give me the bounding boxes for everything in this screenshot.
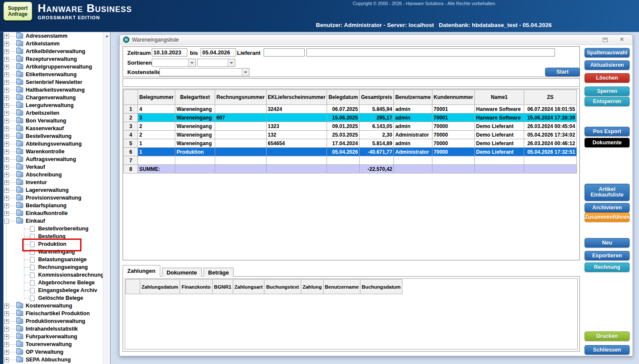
tree-item[interactable]: Abgebrochene Belege	[3, 279, 103, 286]
tree-item[interactable]: + Serienbrief Newsletter	[3, 78, 103, 86]
chevron-down-icon[interactable]	[228, 59, 235, 66]
tree-expander-icon[interactable]: +	[4, 196, 9, 200]
tree-expander-icon[interactable]: +	[4, 72, 9, 77]
action-button[interactable]: Löschen	[585, 73, 630, 83]
table-row[interactable]: 1 4 Wareneingang 32424 06.07.2025 5.845,…	[124, 105, 577, 113]
table-row[interactable]: 6 1 Produktion 05.04.2026 -40.671,77 Adm…	[124, 148, 577, 156]
action-button[interactable]: Pos Export	[585, 127, 630, 136]
tree-expander-icon[interactable]: +	[4, 342, 9, 347]
tree-item[interactable]: Belastungsanzeige	[3, 256, 103, 263]
tree-item[interactable]: + Warenkontrolle	[3, 148, 103, 155]
tree-expander-icon[interactable]: +	[4, 358, 9, 362]
sidebar-scrollbar[interactable]: ▲	[103, 32, 110, 364]
action-button[interactable]: Rechnung	[585, 263, 630, 272]
column-header[interactable]: Zahlungsart	[233, 280, 264, 294]
tree-item[interactable]: + Kostenverwaltung	[3, 302, 103, 310]
column-header[interactable]: Belegdatum	[327, 90, 360, 105]
action-button[interactable]: Sperren	[585, 87, 630, 96]
column-header[interactable]: Belegnummer	[138, 90, 175, 105]
tree-item[interactable]: + Haltbarkeitsverwaltung	[3, 86, 103, 94]
quick-search-input[interactable]	[123, 78, 580, 87]
table-row[interactable]: 7	[124, 156, 577, 165]
action-button[interactable]: Artikel Einkaufsliste	[585, 184, 630, 201]
tree-expander-icon[interactable]: -	[4, 219, 9, 224]
table-row[interactable]: 3 2 Wareneingang 1323 09.01.2025 6.143,0…	[124, 122, 577, 131]
tree-item[interactable]: + Inventur	[3, 179, 103, 186]
column-header[interactable]: Name1	[474, 90, 524, 105]
tree-item[interactable]: + Chargenverwaltung	[3, 94, 103, 101]
table-row[interactable]: 5 1 Wareneingang 654654 17.04.2024 5.814…	[124, 139, 577, 148]
tree-item[interactable]: + Provisionsverwaltung	[3, 194, 103, 202]
tree-item[interactable]: + Arbeitszeiten	[3, 109, 103, 117]
column-header[interactable]: Rechnungsnummer	[215, 90, 267, 105]
chevron-down-icon[interactable]	[242, 69, 249, 76]
tree-expander-icon[interactable]: +	[4, 65, 9, 69]
tree-item[interactable]: + Einkaufkontrolle	[3, 209, 103, 217]
action-button[interactable]: Spaltenauswahl	[585, 48, 630, 57]
tree-expander-icon[interactable]: +	[4, 180, 9, 185]
tree-item[interactable]: + Leergutverwaltung	[3, 101, 103, 109]
detail-tab[interactable]: Beträge	[204, 268, 234, 277]
column-header[interactable]: Buchungstext	[264, 280, 301, 294]
tree-item[interactable]: + Kassenverkauf	[3, 125, 103, 132]
tree-item[interactable]: Gelöschte Belege	[3, 294, 103, 302]
tree-item[interactable]: + Artikelstamm	[3, 40, 103, 48]
kostenstelle-select[interactable]	[159, 68, 249, 76]
action-button[interactable]: Archivieren	[585, 203, 630, 212]
tree-expander-icon[interactable]: +	[4, 57, 9, 62]
tree-item[interactable]: + Artikelgruppenverwaltung	[3, 63, 103, 71]
tree-item[interactable]: - Einkauf	[3, 217, 103, 225]
action-button[interactable]: Neu	[585, 238, 630, 248]
column-header[interactable]: BGNR1	[213, 280, 233, 294]
column-header[interactable]: Benutzername	[394, 90, 432, 105]
column-header[interactable]: Benutzername	[323, 280, 360, 294]
date-from-input[interactable]	[152, 48, 187, 57]
column-header[interactable]: Buchungsdatum	[360, 280, 402, 294]
column-header[interactable]: Zahlungsdatum	[140, 280, 180, 294]
tree-expander-icon[interactable]: +	[4, 142, 9, 146]
tree-expander-icon[interactable]: +	[4, 165, 9, 170]
lieferant-name-input[interactable]	[306, 48, 555, 57]
tree-item[interactable]: + Intrahandelsstatistik	[3, 325, 103, 333]
column-header[interactable]: Finanzkonto	[180, 280, 213, 294]
tree-item[interactable]: Produktion	[3, 240, 103, 248]
tree-item[interactable]: + Etikettenverwaltung	[3, 71, 103, 78]
support-anfrage-button[interactable]: Support Anfrage	[3, 2, 32, 21]
tree-expander-icon[interactable]: +	[4, 203, 9, 208]
lieferant-number-input[interactable]	[264, 48, 305, 57]
tree-item[interactable]: + Produktionsverwaltung	[3, 317, 103, 325]
action-button[interactable]: Zusammenführen	[585, 212, 630, 222]
column-header[interactable]	[126, 280, 140, 294]
action-button[interactable]: Aktualisieren	[585, 60, 630, 70]
action-button[interactable]: Entsperren	[585, 97, 630, 106]
tree-item[interactable]: + Verkauf	[3, 163, 103, 171]
tree-item[interactable]: + Bon Verwaltung	[3, 117, 103, 125]
tree-expander-icon[interactable]: +	[4, 80, 9, 85]
chevron-down-icon[interactable]	[188, 59, 195, 66]
table-row[interactable]: 4 2 Wareneingang 132 25.03.2025 2,30 Adm…	[124, 131, 577, 139]
action-button[interactable]: Drucken	[585, 331, 630, 341]
tree-expander-icon[interactable]: +	[4, 327, 9, 331]
column-header[interactable]: Belegarttext	[175, 90, 215, 105]
tree-item[interactable]: + Rezepturverwaltung	[3, 55, 103, 63]
column-header[interactable]: Kundennummer	[432, 90, 474, 105]
tree-expander-icon[interactable]: +	[4, 103, 9, 108]
tree-item[interactable]: + Fuhrparkverwaltung	[3, 333, 103, 340]
tree-expander-icon[interactable]: +	[4, 334, 9, 339]
tree-item[interactable]: Rechnungseingang	[3, 263, 103, 271]
action-button[interactable]: Schliessen	[585, 345, 630, 355]
tree-item[interactable]: + SEPA Abbuchung	[3, 356, 103, 364]
action-button[interactable]: Dokumente	[585, 138, 630, 147]
tree-item[interactable]: + Auftragsverwaltung	[3, 155, 103, 163]
tree-expander-icon[interactable]: +	[4, 211, 9, 216]
tree-item[interactable]: + Bestellverwaltung	[3, 132, 103, 140]
scroll-up-icon[interactable]: ▲	[103, 32, 111, 39]
tree-item[interactable]: + Lagerverwaltung	[3, 186, 103, 194]
tree-item[interactable]: + Adressenstamm	[3, 32, 103, 40]
tree-item[interactable]: + OP Verwaltung	[3, 348, 103, 356]
sort-secondary-select[interactable]	[197, 59, 235, 67]
action-button[interactable]: Exportieren	[585, 251, 630, 260]
table-row[interactable]: 2 3 Wareneingang 607 15.06.2025 295,17 a…	[124, 113, 577, 122]
tree-expander-icon[interactable]: +	[4, 111, 9, 116]
tree-expander-icon[interactable]: +	[4, 173, 9, 177]
